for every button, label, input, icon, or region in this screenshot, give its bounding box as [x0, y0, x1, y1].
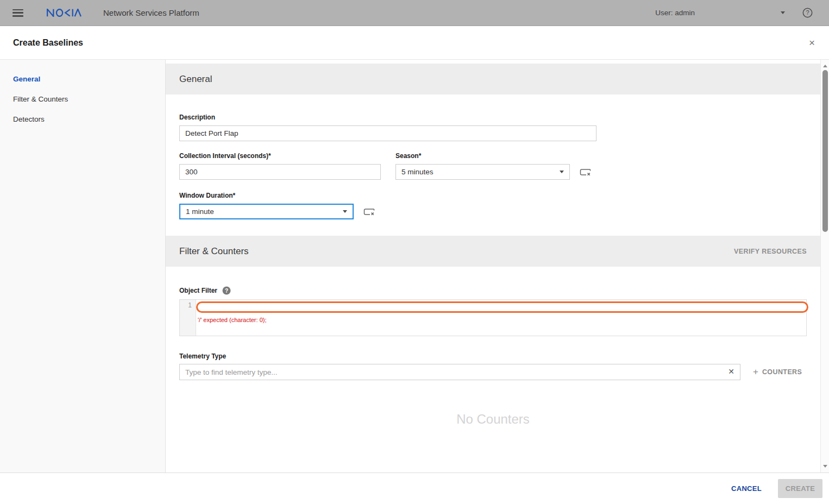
- window-duration-selected-value: 1 minute: [186, 207, 343, 216]
- collection-interval-input[interactable]: [179, 164, 381, 180]
- main-panel: General Description Collection Interval …: [166, 60, 829, 472]
- dialog-title: Create Baselines: [13, 38, 83, 48]
- user-menu-chevron-down-icon[interactable]: [781, 11, 785, 14]
- create-button[interactable]: CREATE: [778, 479, 822, 498]
- window-duration-label: Window Duration*: [179, 192, 820, 199]
- window-duration-chevron-down-icon: [343, 210, 347, 213]
- editor-error-message: '/' expected (character: 0);: [198, 317, 266, 323]
- season-select[interactable]: 5 minutes: [395, 164, 570, 180]
- user-menu-label: User: admin: [655, 9, 695, 17]
- telemetry-type-field: ✕: [179, 364, 740, 380]
- plus-icon: +: [753, 367, 758, 377]
- top-bar: Network Services Platform User: admin ?: [0, 0, 829, 26]
- window-duration-select[interactable]: 1 minute: [179, 204, 354, 219]
- telemetry-type-label: Telemetry Type: [179, 352, 820, 360]
- create-baselines-screen: Network Services Platform User: admin ? …: [0, 0, 829, 504]
- dialog-body: General Filter & Counters Detectors Gene…: [0, 60, 829, 472]
- season-label: Season*: [395, 152, 591, 160]
- window-duration-clear-selection-icon[interactable]: [363, 207, 375, 216]
- description-input[interactable]: [179, 125, 596, 141]
- sidebar-item-detectors[interactable]: Detectors: [0, 109, 165, 129]
- object-filter-editor[interactable]: 1 '/' expected (character: 0);: [179, 299, 807, 336]
- season-chevron-down-icon: [560, 171, 564, 173]
- dialog-footer: CANCEL CREATE: [0, 472, 829, 504]
- telemetry-type-input[interactable]: [179, 364, 740, 380]
- editor-line-number-gutter: 1: [180, 300, 196, 336]
- svg-text:?: ?: [806, 9, 809, 16]
- filter-counters-section-header: Filter & Counters VERIFY RESOURCES: [166, 236, 820, 267]
- scroll-down-arrow-icon[interactable]: [823, 465, 827, 468]
- object-filter-label: Object Filter: [179, 287, 217, 294]
- scrollbar-thumb[interactable]: [822, 70, 828, 232]
- no-counters-placeholder: No Counters: [166, 412, 820, 427]
- vertical-scrollbar[interactable]: [820, 60, 829, 472]
- hamburger-menu-icon[interactable]: [12, 9, 23, 17]
- window-duration-field: Window Duration* 1 minute: [179, 192, 820, 219]
- season-field: Season* 5 minutes: [395, 152, 591, 180]
- close-icon[interactable]: ×: [809, 37, 815, 48]
- verify-resources-button[interactable]: VERIFY RESOURCES: [734, 248, 807, 255]
- add-counters-button[interactable]: + COUNTERS: [753, 367, 802, 377]
- nokia-logo-icon: [47, 9, 81, 17]
- scroll-up-arrow-icon[interactable]: [823, 65, 827, 67]
- cancel-button[interactable]: CANCEL: [731, 484, 762, 493]
- counters-button-label: COUNTERS: [762, 368, 802, 376]
- sidebar-item-filter-counters[interactable]: Filter & Counters: [0, 89, 165, 109]
- editor-error-highlight[interactable]: [196, 301, 808, 313]
- season-selected-value: 5 minutes: [401, 168, 560, 176]
- description-label: Description: [179, 114, 820, 121]
- telemetry-clear-input-icon[interactable]: ✕: [728, 367, 734, 376]
- collection-interval-label: Collection Interval (seconds)*: [179, 152, 381, 160]
- filter-counters-section-title: Filter & Counters: [179, 246, 249, 257]
- season-clear-selection-icon[interactable]: [579, 168, 591, 177]
- app-title: Network Services Platform: [103, 8, 199, 17]
- object-filter-help-filled-icon[interactable]: ?: [222, 286, 231, 295]
- svg-text:?: ?: [225, 288, 228, 294]
- sidebar-item-general[interactable]: General: [0, 69, 165, 89]
- general-section-title: General: [179, 74, 212, 85]
- editor-text-area[interactable]: '/' expected (character: 0);: [196, 300, 806, 336]
- sidebar: General Filter & Counters Detectors: [0, 60, 166, 472]
- help-icon[interactable]: ?: [802, 8, 813, 18]
- dialog-header: Create Baselines ×: [0, 26, 829, 60]
- collection-interval-field: Collection Interval (seconds)*: [179, 152, 381, 180]
- general-section-header: General: [166, 64, 820, 94]
